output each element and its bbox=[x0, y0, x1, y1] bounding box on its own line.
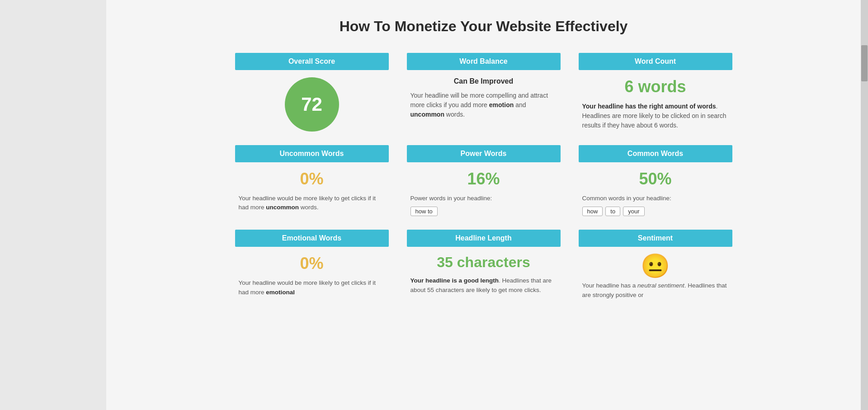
emotional-words-card: Emotional Words 0% Your headline would b… bbox=[235, 230, 389, 300]
power-words-body: 16% Power words in your headline: how to bbox=[407, 170, 561, 216]
uncommon-words-body: 0% Your headline would be more likely to… bbox=[235, 170, 389, 212]
uncommon-words-pct: 0% bbox=[239, 170, 385, 189]
score-circle: 72 bbox=[285, 77, 339, 132]
emotional-words-body: 0% Your headline would be more likely to… bbox=[235, 254, 389, 297]
word-count-value: 6 words bbox=[582, 77, 729, 96]
emotional-words-text: Your headline would be more likely to ge… bbox=[239, 278, 385, 297]
emotional-words-pct: 0% bbox=[239, 254, 385, 273]
word-count-header: Word Count bbox=[579, 53, 732, 70]
uncommon-words-text: Your headline would be more likely to ge… bbox=[239, 194, 385, 212]
page-title: How To Monetize Your Website Effectively bbox=[133, 18, 834, 35]
left-sidebar bbox=[0, 0, 106, 410]
sentiment-card: Sentiment 😐 Your headline has a neutral … bbox=[579, 230, 732, 300]
power-words-header: Power Words bbox=[407, 145, 561, 162]
word-balance-header: Word Balance bbox=[407, 53, 561, 70]
emotional-words-header: Emotional Words bbox=[235, 230, 389, 247]
common-words-pct: 50% bbox=[582, 170, 729, 189]
common-words-body: 50% Common words in your headline: how t… bbox=[579, 170, 732, 216]
power-words-tags: how to bbox=[410, 207, 557, 216]
word-count-body: 6 words Your headline has the right amou… bbox=[579, 77, 732, 130]
word-balance-text: Your headline will be more compelling an… bbox=[410, 91, 557, 119]
word-count-text: Your headline has the right amount of wo… bbox=[582, 102, 729, 130]
word-balance-body: Can Be Improved Your headline will be mo… bbox=[407, 77, 561, 119]
power-word-tag-0: how to bbox=[410, 207, 438, 216]
word-balance-text-after: words. bbox=[444, 111, 465, 118]
headline-length-text: Your headline is a good length. Headline… bbox=[410, 276, 557, 295]
uncommon-words-header: Uncommon Words bbox=[235, 145, 389, 162]
word-balance-card: Word Balance Can Be Improved Your headli… bbox=[407, 53, 561, 132]
word-count-card: Word Count 6 words Your headline has the… bbox=[579, 53, 732, 132]
grid-container: Overall Score 72 Word Balance Can Be Imp… bbox=[235, 53, 732, 300]
scrollbar-thumb[interactable] bbox=[861, 45, 868, 81]
word-balance-bold2: uncommon bbox=[410, 111, 444, 118]
sentiment-body: 😐 Your headline has a neutral sentiment.… bbox=[579, 254, 732, 300]
common-words-card: Common Words 50% Common words in your he… bbox=[579, 145, 732, 216]
word-count-bold: Your headline has the right amount of wo… bbox=[582, 103, 716, 110]
word-balance-subtitle: Can Be Improved bbox=[410, 77, 557, 85]
uncommon-words-card: Uncommon Words 0% Your headline would be… bbox=[235, 145, 389, 216]
headline-length-bold: Your headline is a good length bbox=[410, 277, 499, 284]
main-content: How To Monetize Your Website Effectively… bbox=[106, 0, 861, 410]
common-word-tag-1: to bbox=[605, 207, 620, 216]
word-balance-text-before: Your headline will be more compelling an… bbox=[410, 92, 548, 108]
common-words-tags: how to your bbox=[582, 207, 729, 216]
word-balance-bold1: emotion bbox=[489, 101, 514, 108]
sentiment-text-before: Your headline has a bbox=[582, 282, 638, 289]
overall-score-header: Overall Score bbox=[235, 53, 389, 70]
common-words-label: Common words in your headline: bbox=[582, 194, 729, 203]
uncommon-words-bold: uncommon bbox=[266, 204, 299, 211]
power-words-pct: 16% bbox=[410, 170, 557, 189]
score-value: 72 bbox=[301, 94, 322, 115]
emotional-words-text-before: Your headline would be more likely to ge… bbox=[239, 279, 376, 295]
power-words-label: Power words in your headline: bbox=[410, 194, 557, 203]
sentiment-text: Your headline has a neutral sentiment. H… bbox=[582, 281, 729, 300]
uncommon-words-text-after: words. bbox=[299, 204, 319, 211]
headline-length-header: Headline Length bbox=[407, 230, 561, 247]
scrollbar[interactable] bbox=[861, 0, 868, 410]
headline-length-value: 35 characters bbox=[410, 254, 557, 271]
common-word-tag-2: your bbox=[623, 207, 644, 216]
power-words-card: Power Words 16% Power words in your head… bbox=[407, 145, 561, 216]
common-words-header: Common Words bbox=[579, 145, 732, 162]
word-balance-text-middle: and bbox=[514, 101, 526, 108]
headline-length-card: Headline Length 35 characters Your headl… bbox=[407, 230, 561, 300]
emotional-words-bold: emotional bbox=[266, 289, 295, 296]
sentiment-emoji: 😐 bbox=[582, 254, 729, 278]
overall-score-body: 72 bbox=[235, 77, 389, 132]
sentiment-header: Sentiment bbox=[579, 230, 732, 247]
common-word-tag-0: how bbox=[582, 207, 603, 216]
headline-length-body: 35 characters Your headline is a good le… bbox=[407, 254, 561, 295]
sentiment-italic: neutral sentiment bbox=[637, 282, 684, 289]
overall-score-card: Overall Score 72 bbox=[235, 53, 389, 132]
